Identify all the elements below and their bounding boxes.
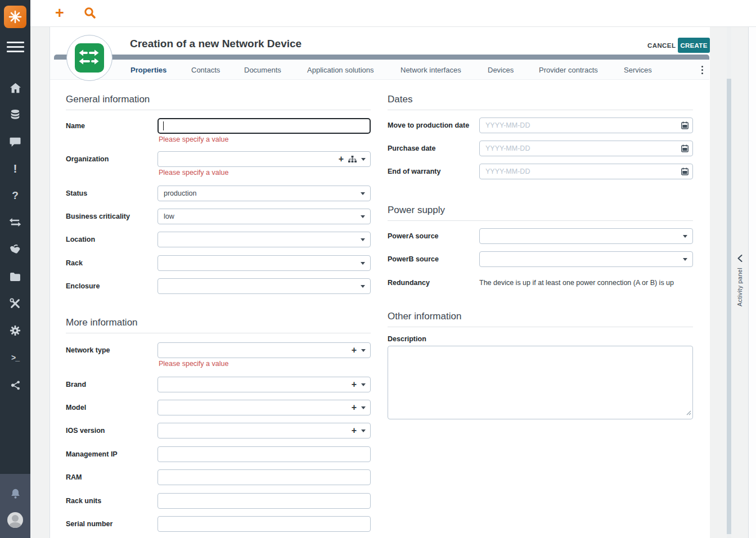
tab-application-solutions[interactable]: Application solutions: [307, 60, 374, 80]
field-rack-units: Rack units: [50, 493, 709, 509]
content-area: Creation of a new Network Device CANCEL …: [30, 27, 756, 538]
business-criticality-label: Business criticality: [66, 213, 130, 220]
field-power-a-source: PowerA source: [50, 228, 709, 244]
power-b-source-label: PowerB source: [388, 255, 439, 263]
end-of-warranty-input[interactable]: [479, 164, 693, 179]
home-icon[interactable]: [0, 74, 30, 101]
field-management-ip: Management IP: [50, 446, 709, 462]
page-title: Creation of a new Network Device: [130, 38, 302, 50]
business-criticality-select[interactable]: low: [158, 209, 371, 224]
activity-panel-toggle[interactable]: Activity panel: [732, 255, 747, 345]
field-move-to-production-date: Move to production date: [50, 117, 709, 133]
add-ios-version-icon[interactable]: +: [352, 426, 357, 435]
power-b-source-select[interactable]: [479, 251, 693, 267]
ios-version-label: IOS version: [66, 427, 105, 435]
scrollbar-thumb[interactable]: [727, 79, 731, 534]
share-icon[interactable]: [0, 371, 30, 398]
management-ip-input[interactable]: [158, 446, 371, 462]
properties-form: General information More information Dat…: [50, 80, 709, 538]
rack-units-input[interactable]: [158, 493, 371, 509]
help-icon[interactable]: ?: [0, 182, 30, 209]
activity-panel-label: Activity panel: [736, 268, 743, 306]
field-description: [50, 346, 709, 419]
tab-provider-contracts[interactable]: Provider contracts: [539, 60, 598, 80]
chat-icon[interactable]: [0, 128, 30, 155]
tab-bar: Properties Contacts Documents Applicatio…: [50, 60, 709, 80]
field-purchase-date: Purchase date: [50, 141, 709, 156]
field-serial-number: Serial number: [50, 516, 709, 532]
rack-units-label: Rack units: [66, 497, 101, 505]
cancel-button[interactable]: CANCEL: [644, 40, 679, 51]
tab-services[interactable]: Services: [624, 60, 652, 80]
chevron-down-icon: [361, 215, 365, 218]
calendar-icon[interactable]: [681, 168, 688, 177]
serial-number-input[interactable]: [158, 516, 371, 532]
left-nav-rail: ! ?: [0, 0, 30, 538]
move-to-production-date-input[interactable]: [479, 117, 693, 133]
section-more-information: More information: [66, 317, 371, 333]
organization-label: Organization: [66, 155, 109, 163]
section-general-information: General information: [66, 94, 371, 110]
purchase-date-input[interactable]: [479, 141, 693, 156]
description-label: Description: [388, 335, 426, 343]
vertical-scrollbar[interactable]: [727, 27, 731, 538]
ios-version-dropdown-icon[interactable]: [361, 430, 366, 432]
redundancy-label: Redundancy: [388, 279, 430, 287]
hierarchy-icon[interactable]: [348, 156, 357, 163]
status-select[interactable]: production: [158, 186, 371, 201]
console-icon[interactable]: >_: [0, 344, 30, 371]
snowflake-icon: [8, 10, 22, 24]
transfer-icon[interactable]: [0, 209, 30, 236]
field-power-b-source: PowerB source: [50, 251, 709, 267]
tab-network-interfaces[interactable]: Network interfaces: [400, 60, 461, 80]
rail-footer: [0, 474, 30, 538]
itop-logo[interactable]: [4, 6, 26, 28]
ram-input[interactable]: [158, 469, 371, 485]
calendar-icon[interactable]: [681, 144, 688, 154]
redundancy-value: The device is up if at least one power c…: [479, 279, 704, 287]
tools-icon[interactable]: [0, 290, 30, 317]
object-creation-panel: Creation of a new Network Device CANCEL …: [50, 27, 710, 538]
organization-dropdown-icon[interactable]: [361, 158, 366, 161]
field-status: Status production: [50, 186, 709, 201]
user-avatar[interactable]: [7, 512, 23, 528]
quick-create-button[interactable]: +: [55, 4, 64, 22]
settings-icon[interactable]: [0, 317, 30, 344]
purchase-date-label: Purchase date: [388, 144, 435, 152]
panel-top-bar: [54, 55, 709, 60]
management-ip-label: Management IP: [66, 450, 118, 458]
support-icon[interactable]: [0, 236, 30, 263]
create-button[interactable]: CREATE: [678, 38, 710, 53]
field-end-of-warranty: End of warranty: [50, 164, 709, 179]
tab-devices[interactable]: Devices: [488, 60, 514, 80]
search-icon: [83, 6, 97, 20]
section-dates: Dates: [388, 94, 693, 110]
tab-properties[interactable]: Properties: [130, 60, 166, 80]
app-window: ! ?: [0, 0, 756, 538]
bell-icon[interactable]: [0, 484, 30, 503]
tab-documents[interactable]: Documents: [244, 60, 281, 80]
network-device-icon: [66, 35, 112, 81]
menu-icon[interactable]: [7, 42, 24, 53]
section-other-information: Other information: [388, 311, 693, 327]
power-a-source-select[interactable]: [479, 228, 693, 244]
ram-label: RAM: [66, 473, 82, 481]
global-toolbar: +: [30, 0, 756, 27]
field-redundancy: Redundancy The device is up if at least …: [50, 275, 709, 291]
activity-panel-collapsed: [748, 27, 756, 538]
data-icon[interactable]: [0, 101, 30, 128]
tab-contacts[interactable]: Contacts: [191, 60, 220, 80]
serial-number-label: Serial number: [66, 520, 112, 528]
alert-icon[interactable]: !: [0, 155, 30, 182]
sidebar-menu: ! ?: [0, 74, 30, 398]
description-textarea[interactable]: [388, 346, 693, 419]
chevron-down-icon: [683, 235, 687, 238]
global-search-button[interactable]: [83, 6, 97, 22]
move-to-production-date-label: Move to production date: [388, 121, 469, 129]
tab-overflow-menu-icon[interactable]: [698, 65, 707, 76]
ios-version-input[interactable]: +: [158, 423, 371, 438]
field-description-label-row: Description: [50, 335, 709, 344]
field-ram: RAM: [50, 469, 709, 485]
documents-icon[interactable]: [0, 263, 30, 290]
calendar-icon[interactable]: [681, 121, 688, 131]
